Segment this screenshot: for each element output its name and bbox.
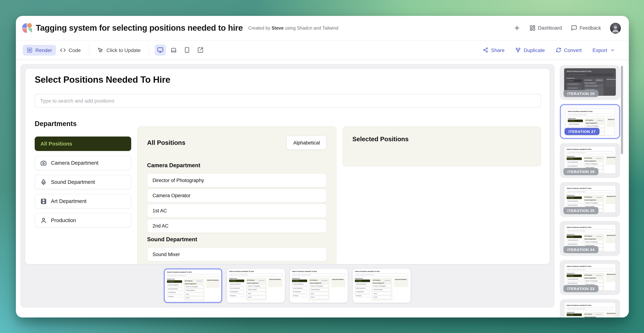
mini-all-positions-panel: All Positions Alphabetical Camera Depart… bbox=[184, 278, 204, 301]
refresh-icon bbox=[556, 47, 561, 53]
iteration-thumbnail[interactable]: Select Positions Needed To Hire Type to … bbox=[560, 104, 620, 139]
mini-selected-positions-panel: Selected Positions bbox=[394, 278, 408, 287]
film-icon bbox=[40, 198, 46, 204]
render-frame-icon bbox=[27, 47, 32, 53]
mini-selected-positions-panel: Selected Positions bbox=[606, 195, 616, 204]
mini-selected-positions-panel: Selected Positions bbox=[606, 234, 616, 243]
mini-title: Select Positions Needed To Hire bbox=[567, 187, 613, 189]
camera-icon bbox=[40, 160, 46, 166]
sidebar-scrollbar[interactable] bbox=[621, 66, 623, 154]
rendered-design: Select Positions Needed To Hire Departme… bbox=[25, 68, 550, 264]
mini-selected-positions-panel: Selected Positions bbox=[606, 155, 616, 165]
mobile-view-button[interactable] bbox=[182, 44, 193, 56]
mini-all-positions-panel: All Positions Alphabetical Camera Depart… bbox=[309, 278, 330, 301]
code-tab[interactable]: Code bbox=[56, 45, 85, 55]
departments-heading: Departments bbox=[35, 120, 131, 128]
group-heading-camera: Camera Department bbox=[147, 162, 327, 169]
laptop-view-button[interactable] bbox=[168, 44, 180, 56]
monitor-icon bbox=[158, 47, 164, 53]
design-mini-preview: Select Positions Needed To Hire Type to … bbox=[165, 270, 221, 302]
departments-section: Departments All Positions Camera Departm… bbox=[35, 120, 131, 228]
search-input[interactable] bbox=[35, 94, 541, 108]
carousel-thumbnail[interactable]: Select Positions Needed To Hire Type to … bbox=[226, 268, 285, 303]
position-row[interactable]: 2nd AC bbox=[147, 219, 327, 233]
mini-departments: Departments All Positions Camera Departm… bbox=[229, 278, 244, 298]
smartphone-icon bbox=[184, 47, 190, 53]
mini-search-input: Type to search and add positions bbox=[568, 113, 612, 116]
mini-all-positions-panel: All Positions Alphabetical Camera Depart… bbox=[583, 312, 604, 318]
iteration-thumbnail[interactable]: Select Positions Needed To Hire Type to … bbox=[560, 221, 620, 256]
mini-search-input: Type to search and add positions bbox=[567, 151, 613, 154]
department-all-positions[interactable]: All Positions bbox=[35, 137, 131, 151]
app-window: Tagging system for selecting positions n… bbox=[16, 16, 629, 318]
carousel-thumbnail[interactable]: Select Positions Needed To Hire Type to … bbox=[164, 268, 222, 303]
iteration-thumbnail[interactable]: Select Positions Needed To Hire Type to … bbox=[560, 299, 620, 318]
design-mini-preview: Select Positions Needed To Hire Type to … bbox=[227, 269, 285, 303]
divider bbox=[89, 45, 90, 55]
mini-search-input: Type to search and add positions bbox=[567, 307, 613, 310]
mini-search-input: Type to search and add positions bbox=[567, 73, 613, 76]
render-canvas: Select Positions Needed To Hire Departme… bbox=[20, 64, 554, 307]
click-to-update-button[interactable]: Click to Update bbox=[94, 45, 145, 55]
chevron-down-icon bbox=[610, 47, 615, 52]
mini-selected-positions-panel: Selected Positions bbox=[607, 118, 615, 127]
export-button[interactable]: Export bbox=[592, 47, 615, 53]
department-sound[interactable]: Sound Department bbox=[35, 175, 131, 189]
mini-all-positions-panel: All Positions Alphabetical Camera Depart… bbox=[246, 278, 267, 301]
position-row[interactable]: Sound Mixer bbox=[147, 247, 327, 262]
mini-title: Select Positions Needed To Hire bbox=[567, 70, 613, 72]
department-production[interactable]: Production bbox=[35, 213, 131, 228]
mini-title: Select Positions Needed To Hire bbox=[567, 226, 613, 228]
render-tab[interactable]: Render bbox=[23, 45, 56, 55]
mini-title: Select Positions Needed To Hire bbox=[568, 110, 612, 112]
iteration-thumbnail[interactable]: Select Positions Needed To Hire Type to … bbox=[560, 65, 620, 100]
mini-search-input: Type to search and add positions bbox=[167, 274, 219, 277]
carousel-thumbnail[interactable]: Select Positions Needed To Hire Type to … bbox=[352, 268, 411, 303]
carousel-thumbnail[interactable]: Select Positions Needed To Hire Type to … bbox=[290, 268, 348, 303]
mini-departments: Departments All Positions Camera Departm… bbox=[292, 278, 307, 298]
fork-icon bbox=[515, 47, 521, 53]
position-row[interactable]: Director of Photography bbox=[147, 173, 327, 187]
version-carousel: Select Positions Needed To Hire Type to … bbox=[164, 268, 411, 303]
duplicate-button[interactable]: Duplicate bbox=[515, 47, 545, 53]
header: Tagging system for selecting positions n… bbox=[16, 16, 629, 40]
project-title: Tagging system for selecting positions n… bbox=[36, 23, 243, 33]
dashboard-button[interactable]: Dashboard bbox=[529, 25, 562, 31]
user-avatar[interactable] bbox=[610, 22, 621, 33]
position-row[interactable]: 1st AC bbox=[147, 204, 327, 218]
desktop-view-button[interactable] bbox=[155, 44, 166, 56]
iteration-badge: ITERATION 27 bbox=[564, 128, 600, 135]
selected-positions-panel: Selected Positions bbox=[342, 126, 541, 166]
share-button[interactable]: Share bbox=[483, 47, 505, 53]
mini-title: Select Positions Needed To Hire bbox=[292, 271, 346, 272]
iteration-badge: ITERATION 23 bbox=[564, 285, 598, 292]
department-art[interactable]: Art Department bbox=[35, 194, 131, 208]
plus-icon bbox=[513, 24, 520, 31]
open-in-new-window-icon bbox=[198, 47, 204, 53]
alphabetical-sort-button[interactable]: Alphabetical bbox=[286, 135, 327, 150]
mini-selected-positions-panel: Selected Positions bbox=[606, 312, 616, 318]
mini-departments: Departments All Positions Camera Departm… bbox=[355, 278, 370, 298]
magic-patterns-logo-icon[interactable] bbox=[22, 23, 32, 33]
iteration-badge: ITERATION 28 bbox=[564, 90, 598, 97]
mini-selected-positions-panel: Selected Positions bbox=[331, 278, 346, 287]
new-project-button[interactable] bbox=[513, 24, 520, 31]
person-icon bbox=[40, 217, 46, 223]
mini-title: Select Positions Needed To Hire bbox=[355, 271, 408, 272]
iteration-badge: ITERATION 26 bbox=[564, 168, 598, 175]
mini-search-input: Type to search and add positions bbox=[567, 229, 613, 232]
mini-title: Select Positions Needed To Hire bbox=[567, 266, 613, 267]
iteration-thumbnail[interactable]: Select Positions Needed To Hire Type to … bbox=[560, 182, 620, 217]
iteration-thumbnail[interactable]: Select Positions Needed To Hire Type to … bbox=[560, 260, 620, 295]
convert-button[interactable]: Convert bbox=[556, 47, 582, 53]
mini-selected-positions-panel: Selected Positions bbox=[606, 77, 616, 87]
mini-departments: Departments All Positions Camera Departm… bbox=[167, 278, 182, 299]
mini-title: Select Positions Needed To Hire bbox=[567, 305, 613, 306]
group-heading-sound: Sound Department bbox=[147, 236, 327, 243]
open-preview-button[interactable] bbox=[195, 44, 206, 56]
created-by: Created by Steve using Shadcn and Tailwi… bbox=[248, 25, 338, 30]
position-row[interactable]: Camera Operator bbox=[147, 189, 327, 203]
iteration-thumbnail[interactable]: Select Positions Needed To Hire Type to … bbox=[560, 143, 620, 178]
feedback-button[interactable]: Feedback bbox=[571, 25, 601, 31]
department-camera[interactable]: Camera Department bbox=[35, 156, 131, 170]
